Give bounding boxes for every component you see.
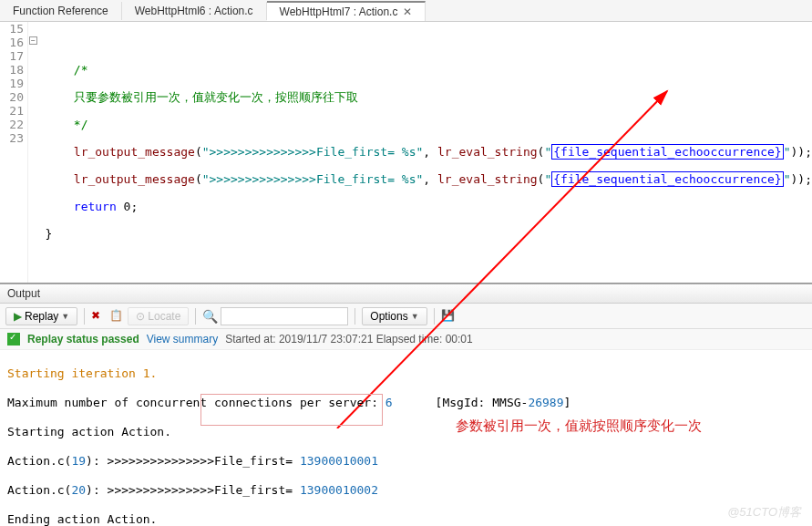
tab-function-reference[interactable]: Function Reference: [0, 2, 122, 20]
status-text: Replay status passed: [27, 333, 139, 346]
notepad-icon[interactable]: 📋: [109, 309, 124, 324]
fold-column: −: [28, 22, 40, 283]
replay-dropdown[interactable]: ▶Replay▼: [5, 307, 77, 325]
options-dropdown[interactable]: Options▼: [362, 307, 427, 325]
code-editor[interactable]: 151617181920212223 − /* 只要参数被引用一次，值就变化一次…: [0, 22, 812, 284]
tab-label: WebHttpHtml6 : Action.c: [135, 5, 253, 17]
annotation-text: 参数被引用一次，值就按照顺序变化一次: [456, 418, 702, 435]
tab-label: WebHttpHtml7 : Action.c: [280, 5, 398, 18]
delete-icon[interactable]: ✖: [91, 309, 106, 324]
tab-bar: Function Reference WebHttpHtml6 : Action…: [0, 0, 812, 22]
target-icon: ⊙: [136, 310, 145, 323]
watermark: @51CTO博客: [727, 504, 801, 521]
check-icon: [7, 333, 20, 346]
chevron-down-icon: ▼: [61, 312, 69, 321]
view-summary-link[interactable]: View summary: [147, 333, 218, 346]
replay-label: Replay: [25, 310, 58, 323]
save-icon[interactable]: 💾: [441, 309, 456, 324]
options-label: Options: [370, 310, 407, 323]
close-icon[interactable]: ✕: [403, 5, 412, 18]
search-icon[interactable]: 🔍: [202, 309, 217, 324]
started-text: Started at: 2019/11/7 23:07:21 Elapsed t…: [225, 333, 473, 346]
tab-action-7[interactable]: WebHttpHtml7 : Action.c✕: [267, 1, 427, 21]
locate-button[interactable]: ⊙Locate: [128, 307, 189, 325]
play-icon: ▶: [14, 310, 22, 323]
fold-collapse-icon[interactable]: −: [29, 36, 37, 45]
console-output: Starting iteration 1. Maximum number of …: [0, 350, 812, 526]
tab-action-6[interactable]: WebHttpHtml6 : Action.c: [122, 2, 267, 20]
chevron-down-icon: ▼: [411, 312, 419, 321]
status-bar: Replay status passed View summary Starte…: [0, 329, 812, 350]
line-gutter: 151617181920212223: [0, 22, 28, 283]
code-area[interactable]: /* 只要参数被引用一次，值就变化一次，按照顺序往下取 */ lr_output…: [40, 22, 813, 283]
result-highlight-box: [200, 394, 383, 426]
search-input[interactable]: [221, 307, 348, 325]
locate-label: Locate: [148, 310, 180, 323]
output-toolbar: ▶Replay▼ ✖ 📋 ⊙Locate 🔍 Options▼ 💾: [0, 304, 812, 329]
tab-label: Function Reference: [13, 5, 108, 17]
